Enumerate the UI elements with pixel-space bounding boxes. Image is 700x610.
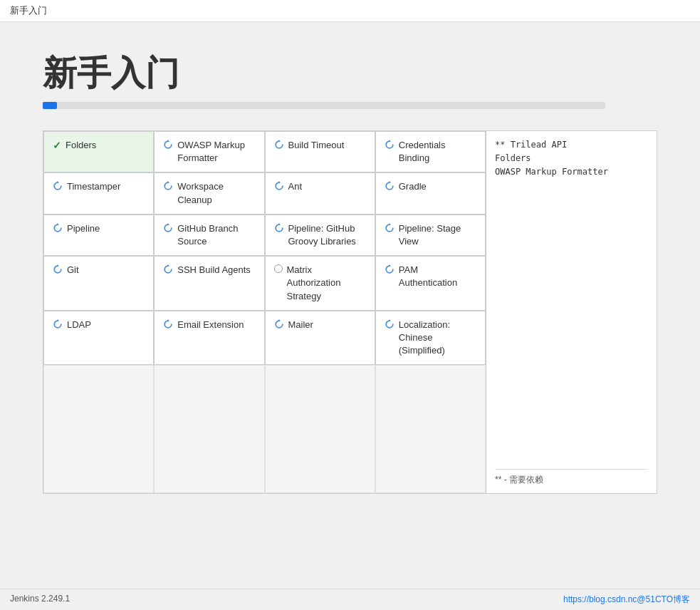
empty-cell-4 (375, 365, 486, 493)
refresh-icon (163, 140, 173, 150)
plugin-cell-github-branch[interactable]: GitHub Branch Source (154, 214, 264, 256)
plugin-name-build-timeout: Build Timeout (288, 139, 345, 152)
panel-line2: OWASP Markup Formatter (495, 167, 608, 177)
plugin-cell-pipeline-groovy[interactable]: Pipeline: GitHub Groovy Libraries (265, 214, 375, 256)
plugin-cell-ssh[interactable]: SSH Build Agents (154, 256, 264, 311)
panel-line1: Folders (495, 153, 531, 163)
main-content: 新手入门 ✓ Folders OWASP Markup Formatter (0, 22, 700, 508)
top-bar: 新手入门 (0, 0, 700, 22)
plugin-name-mailer: Mailer (288, 319, 313, 331)
refresh-icon-15 (53, 319, 63, 329)
plugin-cell-gradle[interactable]: Gradle (375, 172, 486, 214)
plugin-cell-mailer[interactable]: Mailer (265, 311, 375, 366)
refresh-icon-7 (385, 181, 395, 191)
refresh-icon-2 (274, 140, 284, 150)
plugin-name-folders: Folders (66, 139, 96, 152)
plugin-name-timestamper: Timestamper (67, 180, 120, 193)
plugin-cell-pipeline-stage[interactable]: Pipeline: Stage View (375, 214, 486, 256)
plugin-cell-git[interactable]: Git (43, 256, 154, 311)
panel-note-bold: ** Trilead API (495, 140, 567, 150)
plugin-name-pam: PAM Authentication (399, 264, 476, 289)
plugin-name-pipeline-groovy: Pipeline: GitHub Groovy Libraries (288, 222, 366, 248)
circle-icon (274, 264, 283, 273)
plugin-cell-workspace[interactable]: Workspace Cleanup (154, 172, 264, 214)
plugin-grid: ✓ Folders OWASP Markup Formatter (43, 131, 486, 493)
refresh-icon-13 (163, 264, 173, 274)
plugin-name-pipeline: Pipeline (67, 222, 100, 235)
plugin-cell-pam[interactable]: PAM Authentication (375, 256, 486, 311)
empty-cell-1 (43, 365, 154, 493)
refresh-icon-16 (163, 319, 173, 329)
right-panel: ** Trilead API Folders OWASP Markup Form… (486, 131, 657, 493)
refresh-icon-11 (385, 223, 395, 233)
refresh-icon-18 (385, 319, 395, 329)
check-icon: ✓ (53, 140, 61, 151)
plugin-cell-pipeline[interactable]: Pipeline (43, 214, 154, 256)
plugin-name-github-branch: GitHub Branch Source (177, 222, 255, 248)
plugin-name-gradle: Gradle (399, 180, 427, 193)
refresh-icon-5 (163, 181, 173, 191)
plugin-name-owasp: OWASP Markup Formatter (177, 139, 255, 165)
plugin-cell-build-timeout[interactable]: Build Timeout (265, 131, 375, 172)
page-title: 新手入门 (43, 51, 657, 96)
refresh-icon-14 (385, 264, 395, 274)
refresh-icon-4 (53, 181, 63, 191)
plugin-name-workspace: Workspace Cleanup (177, 180, 255, 206)
plugin-cell-ant[interactable]: Ant (265, 172, 375, 214)
refresh-icon-12 (53, 264, 63, 274)
plugin-cell-timestamper[interactable]: Timestamper (43, 172, 154, 214)
refresh-icon-17 (274, 319, 284, 329)
plugin-name-ant: Ant (288, 180, 303, 193)
plugin-cell-matrix-auth[interactable]: Matrix Authorization Strategy (265, 256, 375, 311)
plugin-name-ssh: SSH Build Agents (177, 264, 251, 276)
plugin-cell-email-ext[interactable]: Email Extension (154, 311, 264, 366)
progress-bar-container (43, 102, 605, 109)
plugin-name-ldap: LDAP (67, 319, 91, 331)
plugin-name-matrix-auth: Matrix Authorization Strategy (287, 264, 366, 303)
refresh-icon-10 (274, 223, 284, 233)
plugin-name-pipeline-stage: Pipeline: Stage View (399, 222, 476, 248)
plugin-grid-wrapper: ✓ Folders OWASP Markup Formatter (43, 130, 657, 494)
plugin-cell-owasp[interactable]: OWASP Markup Formatter (154, 131, 264, 172)
plugin-cell-localization[interactable]: Localization: Chinese (Simplified) (375, 311, 486, 366)
plugin-cell-ldap[interactable]: LDAP (43, 311, 154, 366)
plugin-name-credentials: Credentials Binding (399, 139, 476, 165)
top-bar-title: 新手入门 (10, 5, 47, 16)
plugin-cell-folders[interactable]: ✓ Folders (43, 131, 154, 172)
refresh-icon-9 (163, 223, 173, 233)
right-panel-content: ** Trilead API Folders OWASP Markup Form… (495, 138, 648, 180)
refresh-icon-6 (274, 181, 284, 191)
right-panel-footnote: ** - 需要依赖 (495, 469, 648, 486)
plugin-name-localization: Localization: Chinese (Simplified) (399, 319, 476, 358)
refresh-icon-3 (385, 140, 395, 150)
plugin-cell-credentials[interactable]: Credentials Binding (375, 131, 486, 172)
plugin-name-git: Git (67, 264, 79, 276)
empty-cell-3 (265, 365, 375, 493)
progress-bar-fill (43, 102, 57, 109)
plugin-name-email-ext: Email Extension (177, 319, 244, 331)
refresh-icon-8 (53, 223, 63, 233)
empty-cell-2 (154, 365, 264, 493)
